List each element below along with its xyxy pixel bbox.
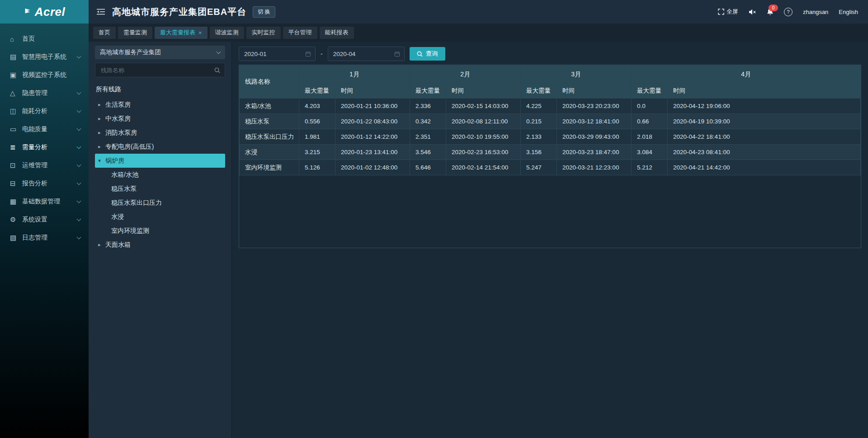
query-button[interactable]: 查询: [410, 47, 445, 61]
app-window: Acrel ⌂ 首页 ▤ 智慧用电子系统 ▣ 视频监控子系统 △ 隐患管理: [0, 0, 868, 438]
menu-collapse-icon[interactable]: [97, 9, 105, 15]
sidebar-item-label: 报告分析: [22, 179, 77, 188]
sidebar-item-power-quality[interactable]: ▭ 电能质量: [0, 120, 89, 138]
tree-expand-icon[interactable]: ▸: [97, 102, 102, 108]
brand-flag-icon: [24, 8, 32, 16]
tree-node-substation[interactable]: ▸ 专配电房(高低压): [95, 140, 225, 154]
brand-logo: Acrel: [0, 0, 89, 24]
speaker-muted-icon: [749, 9, 756, 15]
tree-node-label: 稳压水泵出口压力: [111, 199, 162, 207]
tree-leaf-water-leak[interactable]: 水浸: [95, 210, 225, 224]
chevron-down-icon: [77, 54, 81, 59]
tree-node-label: 专配电房(高低压): [105, 143, 154, 151]
column-header-month: 3月: [521, 66, 632, 84]
tree-node-roof-tank[interactable]: ▸ 天面水箱: [95, 238, 225, 252]
line-search-input[interactable]: [100, 66, 214, 74]
chevron-down-icon: [77, 217, 81, 221]
cell-max-demand: 3.546: [410, 145, 446, 160]
fullscreen-button[interactable]: 全屏: [718, 8, 738, 16]
tree-leaf-water-tank[interactable]: 水箱/水池: [95, 168, 225, 182]
chevron-down-icon: [77, 90, 81, 95]
sidebar-item-label: 视频监控子系统: [22, 71, 80, 79]
line-tree-panel: 高地城市服务产业集团 所有线路 ▸ 生活泵房 ▸ 中水泵房 ▸: [89, 42, 232, 438]
cell-time: 2020-04-12 19:06:00: [668, 99, 861, 114]
cell-max-demand: 0.0: [632, 99, 668, 114]
switch-button[interactable]: 切 换: [253, 6, 275, 18]
chevron-down-icon: [217, 49, 221, 54]
sidebar-item-ops-management[interactable]: ⊡ 运维管理: [0, 156, 89, 174]
mute-button[interactable]: [749, 9, 756, 15]
tree-collapse-icon[interactable]: ▾: [97, 158, 102, 164]
sidebar-item-label: 基础数据管理: [22, 198, 77, 206]
fullscreen-label: 全屏: [726, 8, 738, 16]
tree-node-boiler-room[interactable]: ▾ 锅炉房: [95, 154, 225, 168]
column-header-month: 2月: [410, 66, 521, 84]
cell-max-demand: 2.018: [632, 129, 668, 145]
header-actions: 全屏 0 ? zhangsan English: [718, 8, 858, 16]
cell-line-name: 水浸: [240, 145, 299, 160]
sidebar-item-video-monitor[interactable]: ▣ 视频监控子系统: [0, 66, 89, 84]
sidebar-item-label: 首页: [22, 35, 80, 43]
cell-max-demand: 2.351: [410, 129, 446, 145]
table-row: 稳压水泵 0.556 2020-01-22 08:43:00 0.342 202…: [240, 114, 861, 129]
sidebar-item-smart-power[interactable]: ▤ 智慧用电子系统: [0, 48, 89, 66]
tree-root-all-lines[interactable]: 所有线路: [95, 83, 225, 98]
cell-max-demand: 0.342: [410, 114, 446, 129]
start-date-input[interactable]: [243, 50, 305, 58]
end-date-input[interactable]: [332, 50, 394, 58]
sidebar-item-label: 系统设置: [22, 216, 77, 224]
column-header-month: 1月: [299, 66, 410, 84]
sidebar-item-logs[interactable]: ▧ 日志管理: [0, 229, 89, 247]
search-icon: [417, 51, 423, 57]
cell-max-demand: 0.66: [632, 114, 668, 129]
cell-max-demand: 5.247: [521, 160, 557, 175]
tree-leaf-pump-outlet-pressure[interactable]: 稳压水泵出口压力: [95, 196, 225, 210]
tree-leaf-indoor-env[interactable]: 室内环境监测: [95, 224, 225, 238]
start-date-picker[interactable]: [239, 47, 316, 61]
tab-harmonic-monitor[interactable]: 谐波监测: [210, 27, 244, 39]
tree-node-label: 生活泵房: [105, 101, 131, 109]
tab-realtime-monitor[interactable]: 实时监控: [246, 27, 281, 39]
sidebar-item-label: 能耗分析: [22, 107, 77, 115]
cell-max-demand: 4.203: [299, 99, 335, 114]
tree-node-reclaimed-pump[interactable]: ▸ 中水泵房: [95, 112, 225, 126]
tree-expand-icon[interactable]: ▸: [97, 144, 102, 150]
meter-icon: ◫: [10, 107, 22, 115]
tree-node-fire-pump[interactable]: ▸ 消防水泵房: [95, 126, 225, 140]
org-select[interactable]: 高地城市服务产业集团: [95, 46, 225, 59]
sidebar-item-hazard[interactable]: △ 隐患管理: [0, 84, 89, 102]
tab-energy-report[interactable]: 能耗报表: [320, 27, 354, 39]
cell-time: 2020-03-23 18:47:00: [557, 145, 632, 160]
sidebar-menu: ⌂ 首页 ▤ 智慧用电子系统 ▣ 视频监控子系统 △ 隐患管理 ◫ 能耗分析: [0, 24, 89, 247]
tab-close-icon[interactable]: ×: [198, 30, 202, 36]
sidebar-item-basic-data[interactable]: ▦ 基础数据管理: [0, 193, 89, 211]
org-select-value: 高地城市服务产业集团: [100, 48, 161, 57]
help-button[interactable]: ?: [784, 8, 793, 16]
tree-expand-icon[interactable]: ▸: [97, 130, 102, 136]
tree-expand-icon[interactable]: ▸: [97, 116, 102, 122]
notification-badge: 0: [769, 5, 778, 11]
tree-children-boiler-room: 水箱/水池 稳压水泵 稳压水泵出口压力 水浸 室内环境监测: [95, 168, 225, 238]
tab-home[interactable]: 首页: [93, 27, 116, 39]
end-date-picker[interactable]: [328, 47, 405, 61]
notifications-button[interactable]: 0: [767, 8, 774, 16]
tree-expand-icon[interactable]: ▸: [97, 242, 102, 248]
chevron-down-icon: [77, 181, 81, 185]
tab-label: 能耗报表: [325, 28, 349, 37]
sidebar-item-report-analysis[interactable]: ⊟ 报告分析: [0, 174, 89, 193]
tab-max-demand-report[interactable]: 最大需量报表 ×: [155, 27, 208, 39]
chevron-down-icon: [77, 127, 81, 131]
sidebar-item-home[interactable]: ⌂ 首页: [0, 30, 89, 48]
tree-node-label: 稳压水泵: [111, 185, 137, 193]
cell-time: 2020-04-19 10:39:00: [668, 114, 861, 129]
language-switch[interactable]: English: [839, 9, 858, 15]
tree-leaf-pressure-pump[interactable]: 稳压水泵: [95, 182, 225, 196]
sidebar-item-energy-analysis[interactable]: ◫ 能耗分析: [0, 102, 89, 120]
tab-platform-mgmt[interactable]: 平台管理: [283, 27, 317, 39]
tab-demand-monitor[interactable]: 需量监测: [118, 27, 152, 39]
user-menu[interactable]: zhangsan: [803, 9, 828, 15]
sidebar-item-demand-analysis[interactable]: ≣ 需量分析: [0, 138, 89, 156]
cell-line-name: 稳压水泵: [240, 114, 299, 129]
tree-node-life-pump[interactable]: ▸ 生活泵房: [95, 98, 225, 112]
sidebar-item-settings[interactable]: ⚙ 系统设置: [0, 211, 89, 229]
